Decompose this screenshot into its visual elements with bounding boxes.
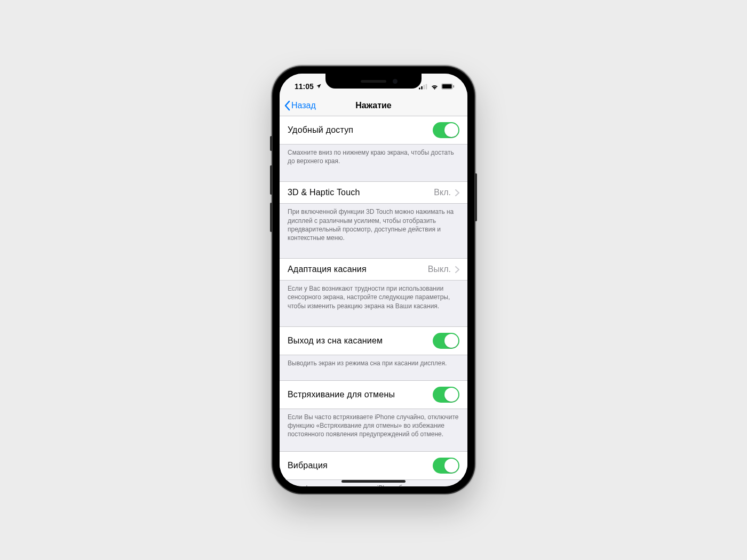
- row-reachability[interactable]: Удобный доступ: [280, 116, 467, 145]
- toggle-tap-to-wake[interactable]: [433, 333, 459, 349]
- row-shake-to-undo[interactable]: Встряхивание для отмены: [280, 380, 467, 409]
- row-value: Выкл.: [428, 265, 451, 274]
- earpiece-speaker: [361, 80, 386, 83]
- location-arrow-icon: [316, 82, 322, 91]
- svg-rect-0: [419, 87, 420, 89]
- row-label: 3D & Haptic Touch: [288, 188, 360, 197]
- row-touch-accommodations[interactable]: Адаптация касания Выкл.: [280, 258, 467, 281]
- row-haptic-touch[interactable]: 3D & Haptic Touch Вкл.: [280, 181, 467, 204]
- volume-down-button: [270, 203, 272, 232]
- footer-tap-to-wake: Выводить экран из режима сна при касании…: [280, 355, 467, 372]
- chevron-right-icon: [455, 266, 459, 273]
- phone-frame: 11:05: [273, 67, 474, 493]
- toggle-reachability[interactable]: [433, 122, 459, 138]
- screen: 11:05: [280, 74, 467, 486]
- footer-reachability: Смахните вниз по нижнему краю экрана, чт…: [280, 145, 467, 170]
- battery-icon: [441, 83, 455, 90]
- svg-rect-6: [453, 85, 454, 87]
- toggle-vibration[interactable]: [433, 458, 459, 474]
- row-vibration[interactable]: Вибрация: [280, 451, 467, 480]
- footer-touch-accommodations: Если у Вас возникают трудности при испол…: [280, 281, 467, 315]
- row-label: Адаптация касания: [288, 265, 367, 274]
- row-tap-to-wake[interactable]: Выход из сна касанием: [280, 326, 467, 355]
- volume-up-button: [270, 165, 272, 195]
- svg-rect-3: [426, 84, 427, 89]
- svg-rect-2: [424, 85, 425, 90]
- row-label: Удобный доступ: [288, 125, 353, 135]
- svg-rect-5: [442, 84, 452, 89]
- wifi-icon: [431, 84, 439, 90]
- toggle-shake-to-undo[interactable]: [433, 387, 459, 403]
- row-label: Выход из сна касанием: [288, 336, 383, 346]
- notch: [325, 74, 422, 89]
- chevron-right-icon: [455, 189, 459, 196]
- front-camera: [393, 79, 398, 84]
- back-label: Назад: [291, 101, 316, 110]
- home-indicator[interactable]: [341, 480, 406, 483]
- nav-bar: Назад Нажатие: [280, 95, 467, 116]
- side-button: [475, 173, 477, 221]
- footer-haptic-touch: При включенной функции 3D Touch можно на…: [280, 204, 467, 246]
- back-button[interactable]: Назад: [284, 100, 316, 111]
- row-value: Вкл.: [434, 188, 451, 197]
- cellular-signal-icon: [419, 84, 428, 90]
- row-label: Вибрация: [288, 461, 328, 470]
- row-label: Встряхивание для отмены: [288, 390, 395, 399]
- svg-rect-1: [421, 86, 423, 89]
- footer-shake-to-undo: Если Вы часто встряхиваете iPhone случай…: [280, 409, 467, 443]
- mute-switch: [270, 136, 272, 151]
- status-time: 11:05: [295, 82, 314, 91]
- chevron-left-icon: [284, 100, 290, 111]
- settings-content[interactable]: Удобный доступ Смахните вниз по нижнему …: [280, 116, 467, 486]
